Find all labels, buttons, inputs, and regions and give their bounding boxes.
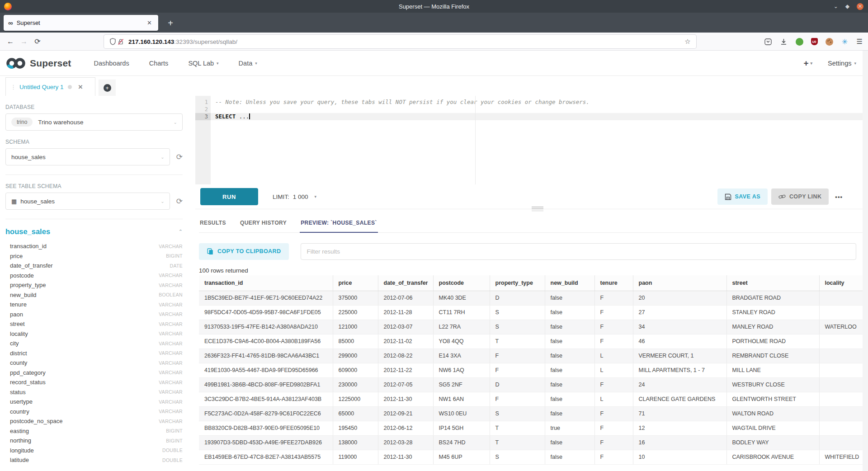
new-tab-button[interactable]: +: [164, 16, 177, 30]
column-type: VARCHAR: [159, 360, 183, 366]
more-options-button[interactable]: •••: [835, 193, 843, 200]
table-columns-list: transaction_idVARCHARpriceBIGINTdate_of_…: [5, 241, 183, 465]
column-header-tenure[interactable]: tenure: [594, 275, 633, 291]
pocket-icon[interactable]: [764, 38, 772, 46]
filter-results-input[interactable]: [301, 243, 856, 260]
code-line: [211, 106, 863, 113]
table-cell: false: [545, 291, 594, 305]
limit-control[interactable]: LIMIT: 1 000 ▾: [273, 193, 316, 200]
ublock-shield-icon[interactable]: U0: [811, 38, 818, 45]
query-tab-close-icon[interactable]: ✕: [78, 84, 83, 90]
results-tab-preview[interactable]: PREVIEW: `HOUSE_SALES`: [300, 220, 378, 232]
results-tab-results[interactable]: RESULTS: [199, 220, 227, 232]
save-as-button[interactable]: SAVE AS: [717, 188, 768, 205]
back-icon[interactable]: ←: [4, 38, 17, 46]
column-header-date_of_transfer[interactable]: date_of_transfer: [378, 275, 433, 291]
sql-editor[interactable]: 123 -- Note: Unless you save your query,…: [195, 96, 863, 184]
table-cell: false: [545, 334, 594, 349]
column-header-property_type[interactable]: property_type: [490, 275, 545, 291]
column-header-postcode[interactable]: postcode: [433, 275, 490, 291]
column-header-transaction_id[interactable]: transaction_id: [199, 275, 333, 291]
add-new-button[interactable]: +▾: [803, 58, 812, 68]
window-close-icon[interactable]: ✕: [857, 3, 863, 10]
column-type: BOOLEAN: [159, 292, 183, 297]
maximize-icon[interactable]: ◆: [845, 4, 849, 9]
reload-icon[interactable]: ⟳: [31, 37, 44, 46]
table-cell: CARISBROOK AVENUE: [726, 450, 819, 464]
column-name: district: [10, 350, 27, 357]
run-button[interactable]: RUN: [200, 188, 258, 205]
nav-item-charts[interactable]: Charts: [149, 60, 169, 67]
table-name-heading[interactable]: house_sales: [5, 227, 50, 236]
table-row: 3C3C29DC-B7B2-4BE5-914A-A38123AF403B1225…: [199, 392, 868, 406]
cookie-icon[interactable]: [826, 38, 833, 46]
schema-label: SCHEMA: [5, 139, 183, 145]
browser-tab-title: Superset: [17, 19, 145, 26]
schema-select[interactable]: house_sales ⌄: [5, 148, 170, 165]
table-row: ECE1D376-C9A6-4C00-B004-A380B189FA568500…: [199, 334, 868, 349]
column-header-street[interactable]: street: [726, 275, 819, 291]
query-tab[interactable]: ⋮ Untitled Query 1 ✕: [5, 77, 95, 96]
column-name: status: [10, 389, 26, 396]
table-cell: F: [490, 363, 545, 377]
column-name: longitude: [10, 447, 34, 454]
table-row: 419E1030-9A55-4467-8DA9-9FED95D659666090…: [199, 363, 868, 377]
bookmark-star-icon[interactable]: ☆: [684, 38, 692, 46]
table-cell: false: [545, 363, 594, 377]
chevron-up-icon[interactable]: ⌃: [179, 229, 183, 235]
copy-link-button[interactable]: COPY LINK: [771, 188, 829, 205]
schema-column-row: transaction_idVARCHAR: [5, 241, 183, 251]
superset-logo[interactable]: Superset: [5, 57, 71, 70]
copy-to-clipboard-button[interactable]: COPY TO CLIPBOARD: [199, 243, 289, 260]
table-row: 1B5C39ED-BE7F-41EF-9E71-9C60EED74A223750…: [199, 291, 868, 305]
drag-handle-icon[interactable]: ⋮: [10, 84, 16, 90]
nav-item-sql-lab[interactable]: SQL Lab▾: [188, 60, 218, 67]
column-header-paon[interactable]: paon: [633, 275, 726, 291]
extension-green-icon[interactable]: [796, 38, 803, 46]
settings-menu[interactable]: Settings▾: [828, 60, 856, 67]
table-cell: EB1459EB-67ED-47C8-B2E7-A38143AB5575: [199, 450, 333, 464]
brand-name: Superset: [30, 58, 71, 69]
plus-circle-icon: +: [104, 84, 111, 92]
nav-item-dashboards[interactable]: Dashboards: [94, 60, 129, 67]
superset-app: Superset DashboardsChartsSQL Lab▾Data▾ +…: [0, 51, 868, 471]
minimize-icon[interactable]: ⌄: [834, 4, 838, 9]
editor-code-area[interactable]: -- Note: Unless you save your query, the…: [211, 96, 863, 184]
results-tab-query-history[interactable]: QUERY HISTORY: [239, 220, 288, 232]
tab-close-icon[interactable]: ✕: [145, 19, 154, 27]
tracking-shield-icon[interactable]: [108, 38, 117, 46]
add-query-tab-button[interactable]: +: [99, 80, 116, 96]
table-cell: 230000: [333, 377, 378, 392]
column-name: latitude: [10, 457, 29, 463]
column-header-price[interactable]: price: [333, 275, 378, 291]
table-cell: D: [490, 377, 545, 392]
page-scrollbar[interactable]: [863, 51, 868, 471]
table-cell: 2012-08-22: [378, 349, 433, 363]
nav-item-data[interactable]: Data▾: [239, 60, 257, 67]
table-cell: 12: [633, 421, 726, 435]
column-header-new_build[interactable]: new_build: [545, 275, 594, 291]
refresh-table-icon[interactable]: ⟳: [176, 198, 183, 205]
extension-star-icon[interactable]: ✳: [841, 38, 849, 46]
table-row: 2636F323-FF41-4765-81DB-98CAA6A43BC12990…: [199, 349, 868, 363]
refresh-schema-icon[interactable]: ⟳: [176, 153, 183, 161]
table-cell: 34: [633, 320, 726, 334]
menu-icon[interactable]: ☰: [857, 38, 863, 46]
lock-crossed-icon[interactable]: [117, 38, 125, 46]
table-select[interactable]: ▦ house_sales ⌄: [5, 193, 170, 210]
url-bar[interactable]: 217.160.120.143:32393/superset/sqllab/ ☆: [104, 35, 696, 48]
table-cell: 2636F323-FF41-4765-81DB-98CAA6A43BC1: [199, 349, 333, 363]
download-icon[interactable]: [780, 38, 788, 46]
table-cell: 2012-03-07: [378, 320, 433, 334]
column-name: locality: [10, 330, 28, 337]
caret-down-icon: ▾: [854, 61, 856, 66]
database-select[interactable]: trino Trino warehouse ⌄: [5, 113, 183, 131]
browser-tab[interactable]: ∞ Superset ✕: [4, 15, 158, 31]
schema-column-row: northingBIGINT: [5, 436, 183, 446]
table-cell: [819, 363, 868, 377]
forward-icon[interactable]: →: [17, 38, 31, 46]
table-cell: 419E1030-9A55-4467-8DA9-9FED95D65966: [199, 363, 333, 377]
table-cell: S: [490, 305, 545, 320]
column-header-locality[interactable]: locality: [819, 275, 868, 291]
table-cell: L22 7RA: [433, 320, 490, 334]
